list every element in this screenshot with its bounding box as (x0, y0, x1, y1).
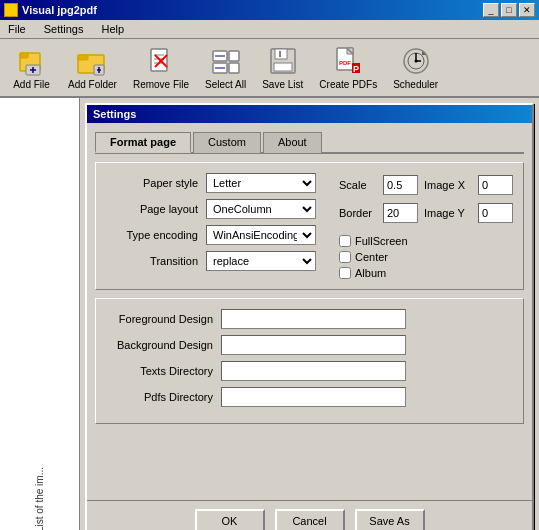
create-pdfs-button[interactable]: PDF P Create PDFs (312, 41, 384, 94)
content-area: Settings Format page Custom About Paper … (80, 98, 539, 530)
select-all-icon (210, 45, 242, 77)
form-section: Paper style Letter A4 A3 Legal (95, 162, 524, 290)
left-panel-text: List of the im... (34, 467, 45, 530)
tab-custom[interactable]: Custom (193, 132, 261, 153)
dialog-footer: OK Cancel Save As (87, 500, 532, 530)
paper-style-select[interactable]: Letter A4 A3 Legal (206, 173, 316, 193)
page-layout-select[interactable]: OneColumn TwoColumn SinglePage (206, 199, 316, 219)
title-bar-title: Visual jpg2pdf (4, 3, 97, 17)
select-all-label: Select All (205, 79, 246, 90)
remove-file-icon (145, 45, 177, 77)
transition-label: Transition (106, 255, 206, 267)
image-x-input[interactable] (478, 175, 513, 195)
save-list-icon (267, 45, 299, 77)
add-folder-icon (76, 45, 108, 77)
dialog-content: Format page Custom About Paper style (87, 123, 532, 440)
dialog-title: Settings (87, 105, 532, 123)
main-area: List of the im... Settings Format page C… (0, 98, 539, 530)
svg-rect-18 (229, 51, 239, 61)
title-bar: Visual jpg2pdf _ □ ✕ (0, 0, 539, 20)
fullscreen-checkbox[interactable] (339, 235, 351, 247)
create-pdfs-icon: PDF P (332, 45, 364, 77)
save-list-button[interactable]: Save List (255, 41, 310, 94)
fullscreen-label: FullScreen (355, 235, 408, 247)
menu-help[interactable]: Help (97, 22, 128, 36)
background-row: Background Design (106, 335, 513, 355)
foreground-label: Foreground Design (106, 313, 221, 325)
toolbar: Add File Add Folder Remove File (0, 39, 539, 98)
center-label: Center (355, 251, 388, 263)
scale-input[interactable] (383, 175, 418, 195)
left-panel: List of the im... (0, 98, 80, 530)
image-y-input[interactable] (478, 203, 513, 223)
paper-style-row: Paper style Letter A4 A3 Legal (106, 173, 329, 193)
scheduler-button[interactable]: Scheduler (386, 41, 445, 94)
album-checkbox[interactable] (339, 267, 351, 279)
design-section: Foreground Design Background Design Text… (95, 298, 524, 424)
image-y-label: Image Y (424, 207, 472, 219)
foreground-row: Foreground Design (106, 309, 513, 329)
add-file-icon (16, 45, 48, 77)
type-encoding-label: Type encoding (106, 229, 206, 241)
scheduler-label: Scheduler (393, 79, 438, 90)
save-list-label: Save List (262, 79, 303, 90)
save-as-button[interactable]: Save As (355, 509, 425, 530)
select-all-button[interactable]: Select All (198, 41, 253, 94)
svg-rect-24 (274, 63, 292, 71)
svg-point-33 (414, 60, 417, 63)
svg-rect-19 (229, 63, 239, 73)
pdfs-dir-label: Pdfs Directory (106, 391, 221, 403)
transition-select[interactable]: replace split blinds box wipe dissolve g… (206, 251, 316, 271)
foreground-input[interactable] (221, 309, 406, 329)
create-pdfs-label: Create PDFs (319, 79, 377, 90)
type-encoding-row: Type encoding WinAnsiEncoding MacRomanEn… (106, 225, 329, 245)
page-layout-row: Page layout OneColumn TwoColumn SinglePa… (106, 199, 329, 219)
center-row: Center (339, 251, 513, 263)
texts-dir-label: Texts Directory (106, 365, 221, 377)
background-input[interactable] (221, 335, 406, 355)
svg-text:PDF: PDF (339, 60, 351, 66)
album-label: Album (355, 267, 386, 279)
app-icon (4, 3, 18, 17)
maximize-button[interactable]: □ (501, 3, 517, 17)
ok-button[interactable]: OK (195, 509, 265, 530)
pdfs-dir-input[interactable] (221, 387, 406, 407)
scale-row: Scale Image X (339, 175, 513, 195)
minimize-button[interactable]: _ (483, 3, 499, 17)
scale-label: Scale (339, 179, 377, 191)
checkbox-group: FullScreen Center Album (339, 235, 513, 279)
menu-settings[interactable]: Settings (40, 22, 88, 36)
fullscreen-row: FullScreen (339, 235, 513, 247)
paper-style-label: Paper style (106, 177, 206, 189)
add-folder-label: Add Folder (68, 79, 117, 90)
type-encoding-select[interactable]: WinAnsiEncoding MacRomanEncoding Standar… (206, 225, 316, 245)
tab-format-page[interactable]: Format page (95, 132, 191, 153)
add-file-label: Add File (13, 79, 50, 90)
tab-about[interactable]: About (263, 132, 322, 153)
remove-file-button[interactable]: Remove File (126, 41, 196, 94)
remove-file-label: Remove File (133, 79, 189, 90)
border-input[interactable] (383, 203, 418, 223)
pdfs-dir-row: Pdfs Directory (106, 387, 513, 407)
title-bar-controls: _ □ ✕ (483, 3, 535, 17)
transition-row: Transition replace split blinds box wipe… (106, 251, 329, 271)
cancel-button[interactable]: Cancel (275, 509, 345, 530)
album-row: Album (339, 267, 513, 279)
border-row: Border Image Y (339, 203, 513, 223)
menu-file[interactable]: File (4, 22, 30, 36)
settings-dialog: Settings Format page Custom About Paper … (85, 103, 534, 530)
close-button[interactable]: ✕ (519, 3, 535, 17)
border-label: Border (339, 207, 377, 219)
add-folder-button[interactable]: Add Folder (61, 41, 124, 94)
page-layout-label: Page layout (106, 203, 206, 215)
texts-dir-input[interactable] (221, 361, 406, 381)
scheduler-icon (400, 45, 432, 77)
center-checkbox[interactable] (339, 251, 351, 263)
image-x-label: Image X (424, 179, 472, 191)
texts-dir-row: Texts Directory (106, 361, 513, 381)
svg-rect-1 (20, 53, 28, 58)
app-title: Visual jpg2pdf (22, 4, 97, 16)
add-file-button[interactable]: Add File (4, 41, 59, 94)
svg-text:P: P (353, 64, 359, 74)
menu-bar: File Settings Help (0, 20, 539, 39)
